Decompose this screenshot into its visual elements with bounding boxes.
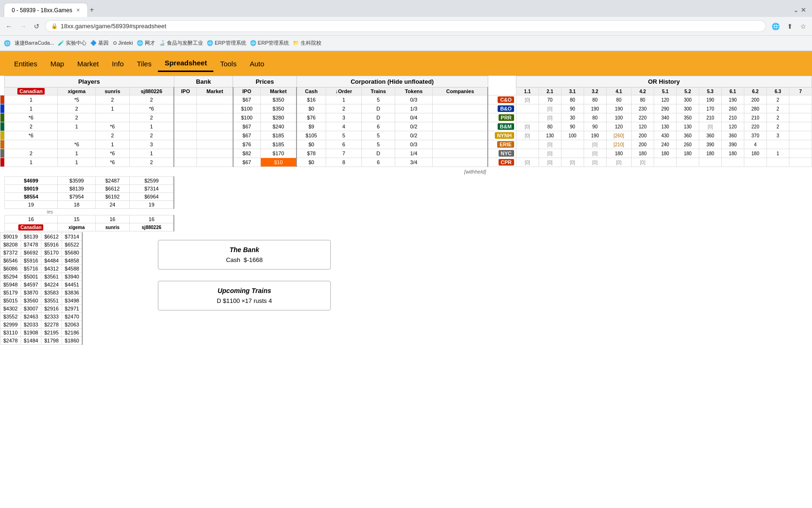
players-header: Players (4, 76, 174, 87)
nav-tiles[interactable]: Tiles (130, 56, 158, 71)
col-or-1-1: 1.1 (516, 87, 539, 95)
nav-map[interactable]: Map (44, 56, 70, 71)
score-row: $2999$2033$2278$2063 (0, 321, 83, 329)
player-header-2: Canadian xigema sunris sj880226 (0, 223, 812, 231)
bookmark-button[interactable]: ☆ (798, 21, 808, 32)
col-bank-ipo: IPO (174, 87, 197, 95)
score-row: $2478$1484$1798$1860 (0, 337, 83, 345)
nav-auto[interactable]: Auto (243, 56, 271, 71)
bookmark-5[interactable]: 🌐 网才 (137, 40, 155, 47)
tag-erie: ERIE (497, 141, 514, 148)
bank-cash-label: Cash (226, 256, 240, 263)
tab-bar: 0 - 58939 - 18xx.Games ✕ + ⌄ ✕ (0, 0, 812, 17)
col-or-6-2: 6.2 (744, 87, 766, 95)
corp-row-nyc: 2 1 *6 1 $82 $170 $78 7 D 1/4 NYC [0] [0… (0, 149, 812, 158)
hide-unfloated-link[interactable]: (Hide unfloated) (387, 78, 434, 85)
col-or-3-2: 3.2 (584, 87, 606, 95)
total-row-3: $8554 $7954 $6192 $6964 (0, 193, 812, 201)
bank-content: Cash $-1668 (168, 256, 321, 263)
tag-bam: B&M (498, 123, 514, 130)
col-or-5-1: 5.1 (654, 87, 677, 95)
score-row: $3110$1908$2195$2186 (0, 329, 83, 337)
bookmark-6[interactable]: 🍶 食品与发酵工业 (159, 40, 203, 47)
address-bar: ← → ↺ 🔒 18xx.games/game/58939#spreadshee… (0, 17, 812, 36)
bottom-area: $9019$8139$6612$7314$8208$7478$5916$6522… (0, 232, 812, 345)
score-row: $4302$3007$2916$2971 (0, 305, 83, 313)
color-bar-nyc (0, 149, 5, 158)
bank-cash-value: $-1668 (244, 256, 263, 263)
total-row-1: $4699 $3599 $2487 $2599 (0, 177, 812, 185)
nav-info[interactable]: Info (105, 56, 130, 71)
col-order: ↓Order (326, 87, 361, 95)
col-trains: Trains (362, 87, 395, 95)
color-bar-erie (0, 140, 5, 149)
score-row: $6546$5916$4484$4858 (0, 257, 83, 265)
color-bar-nynh (0, 131, 5, 140)
bookmark-8[interactable]: 🌐 ERP管理系统 (250, 40, 289, 47)
column-headers-row: Canadian xigema sunris sj880226 IPO Mark… (0, 87, 812, 95)
score-row: $7372$6692$5170$5680 (0, 249, 83, 257)
bookmark-7[interactable]: 🌐 ERP管理系统 (207, 40, 246, 47)
tag-bao: B&O (498, 105, 514, 112)
nav-spreadsheet[interactable]: Spreadsheet (158, 55, 213, 72)
col-tokens: Tokens (395, 87, 433, 95)
color-bar-bao (0, 104, 5, 113)
col-canadian: Canadian (4, 87, 58, 95)
bank-title: The Bank (168, 246, 321, 254)
translate-button[interactable]: 🌐 (770, 21, 781, 32)
count-row: 19 18 24 19 (0, 201, 812, 209)
bookmark-2[interactable]: 🧪 实验中心 (58, 40, 86, 47)
score-row: $9019$8139$6612$7314 (0, 233, 83, 241)
col-or-7: 7 (789, 87, 812, 95)
spreadsheet-table: Players Bank Prices Corporation (Hide un… (0, 76, 812, 231)
back-button[interactable]: ← (4, 21, 14, 32)
col-or-6-3: 6.3 (766, 87, 789, 95)
nav-entities[interactable]: Entities (8, 56, 44, 71)
color-bar-cao (0, 95, 5, 104)
browser-tab[interactable]: 0 - 58939 - 18xx.Games ✕ (4, 3, 88, 17)
score-table-area: $9019$8139$6612$7314$8208$7478$5916$6522… (0, 232, 150, 345)
corp-row-bao: 1 2 1 *6 $100 $350 $0 2 D 1/3 B&O [0] 90… (0, 104, 812, 113)
corp-row-nynh: *6 2 2 $67 $185 $105 5 5 0/2 NYNH [0] 13… (0, 131, 812, 140)
col-or-4-1: 4.1 (606, 87, 632, 95)
col-or-5-3: 5.3 (699, 87, 722, 95)
score-row: $8208$7478$5916$6522 (0, 241, 83, 249)
tag-nyc: NYC (499, 150, 514, 157)
total-row-2: $9019 $8139 $6612 $7314 (0, 185, 812, 193)
bookmark-9[interactable]: 📁 生科院校 (293, 40, 321, 47)
share-button[interactable]: ⬆ (785, 21, 795, 32)
bank-panel: The Bank Cash $-1668 (158, 240, 331, 270)
url-input[interactable]: 🔒 18xx.games/game/58939#spreadsheet (45, 20, 766, 32)
bookmark-4[interactable]: ⊙ Jinteki (113, 40, 133, 46)
col-sunris: sunris (95, 87, 129, 95)
tab-title: 0 - 58939 - 18xx.Games (12, 7, 72, 14)
col-or-6-1: 6.1 (721, 87, 744, 95)
col-or-2-1: 2.1 (539, 87, 561, 95)
color-bar-prr (0, 113, 5, 122)
bookmark-3[interactable]: 🔷 基因 (90, 40, 109, 47)
section-headers-row: Players Bank Prices Corporation (Hide un… (0, 76, 812, 87)
or-history-header: OR History (516, 76, 812, 87)
ies-row: ies (0, 209, 812, 215)
nav-market[interactable]: Market (70, 56, 105, 71)
upcoming-trains-panel: Upcoming Trains D $1100 ×17 rusts 4 (158, 281, 331, 310)
app-nav: Entities Map Market Info Tiles Spreadshe… (0, 51, 812, 76)
bookmark-1[interactable]: 速捷BarraCuda... (15, 40, 54, 47)
color-bar-cpr (0, 158, 5, 167)
info-panels: The Bank Cash $-1668 Upcoming Trains D $… (150, 232, 338, 345)
reload-button[interactable]: ↺ (32, 21, 41, 32)
url-text: 18xx.games/game/58939#spreadsheet (61, 23, 166, 30)
col-or-4-2: 4.2 (632, 87, 654, 95)
upcoming-trains-title: Upcoming Trains (168, 287, 321, 294)
tab-controls: ⌄ ✕ (791, 4, 808, 16)
score-row: $5948$4597$4224$4451 (0, 281, 83, 289)
color-bar-bam (0, 122, 5, 131)
col-bank-market: Market (197, 87, 233, 95)
tab-close-button[interactable]: ✕ (76, 8, 80, 13)
new-tab-button[interactable]: + (88, 4, 96, 16)
withheld-label: [withheld] (4, 167, 488, 177)
tag-prr: PRR (499, 114, 514, 121)
nav-tools[interactable]: Tools (213, 56, 243, 71)
bookmarks-bar: 🌐 速捷BarraCuda... 🧪 实验中心 🔷 基因 ⊙ Jinteki 🌐… (0, 36, 812, 51)
col-xigema: xigema (58, 87, 95, 95)
